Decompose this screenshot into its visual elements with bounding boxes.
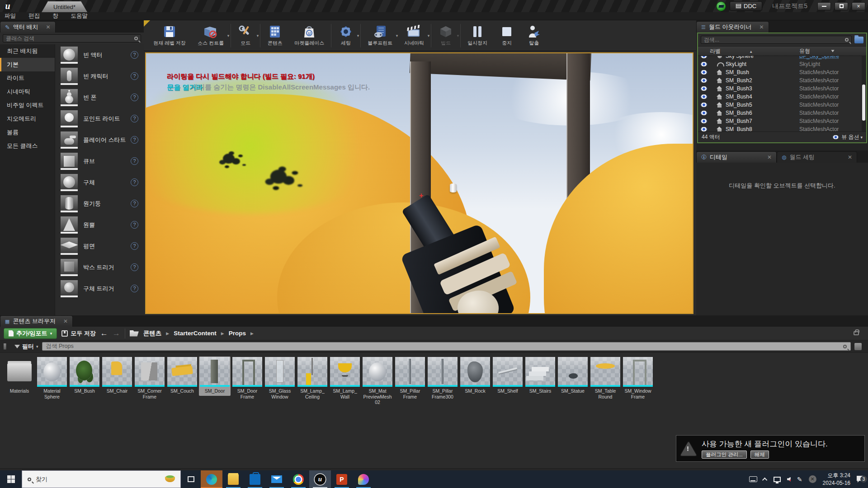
taskbar-app-edge[interactable] xyxy=(201,470,222,488)
visibility-eye-icon[interactable] xyxy=(700,94,708,99)
start-button[interactable] xyxy=(0,470,22,488)
category-라이트[interactable]: 라이트 xyxy=(0,71,55,85)
close-button[interactable]: × xyxy=(852,2,865,10)
place-actor-평면[interactable]: 평면? xyxy=(55,235,144,257)
toolbar-modes-button[interactable]: 모드▾ xyxy=(232,22,259,50)
level-tab[interactable]: Untitled* xyxy=(42,1,87,12)
help-icon[interactable]: ? xyxy=(131,242,138,250)
tab-content-browser[interactable]: ▦ 콘텐츠 브라우저 ✕ xyxy=(0,315,73,327)
visibility-eye-icon[interactable] xyxy=(700,70,708,75)
breadcrumb-StarterContent[interactable]: StarterContent xyxy=(174,330,217,337)
asset-SM_Window-Frame[interactable]: SM_Window Frame xyxy=(622,357,654,401)
outliner-search-input[interactable]: 검색... xyxy=(701,36,852,44)
outliner-row-SM_Bush2[interactable]: SM_Bush2StaticMeshActor xyxy=(698,76,866,84)
asset-SM_Corner-Frame[interactable]: SM_Corner Frame xyxy=(134,357,165,401)
tray-app-icon[interactable]: ✕ xyxy=(809,475,816,483)
taskbar-app-store[interactable] xyxy=(244,470,266,488)
type-filter-icon[interactable] xyxy=(831,50,834,52)
clock[interactable]: 오후 3:24 2024-05-16 xyxy=(823,472,850,486)
help-icon[interactable]: ? xyxy=(131,157,138,165)
visibility-eye-icon[interactable] xyxy=(700,78,708,83)
chevron-down-icon[interactable]: ▾ xyxy=(227,33,230,38)
taskbar-app-powerpoint[interactable]: P xyxy=(331,470,353,488)
forward-button[interactable]: → xyxy=(113,329,120,338)
asset-SM_Lamp_-Wall[interactable]: SM_Lamp_ Wall xyxy=(329,357,361,401)
visibility-eye-icon[interactable] xyxy=(700,119,708,123)
help-icon[interactable]: ? xyxy=(131,200,138,207)
asset-search-input[interactable]: 검색 Props xyxy=(42,342,851,351)
menu-item-파일[interactable]: 파일 xyxy=(5,12,16,20)
place-actor-포인트 라이트[interactable]: 포인트 라이트? xyxy=(55,108,144,129)
chevron-down-icon[interactable]: ▾ xyxy=(428,33,430,38)
place-actor-빈 캐릭터[interactable]: 빈 캐릭터? xyxy=(55,66,144,87)
place-actor-박스 트리거[interactable]: 박스 트리거? xyxy=(55,257,144,278)
asset-SM_Lamp_-Ceiling[interactable]: SM_Lamp_ Ceiling xyxy=(297,357,328,401)
visibility-eye-icon[interactable] xyxy=(700,127,708,131)
category-지오메트리[interactable]: 지오메트리 xyxy=(0,112,55,126)
tab-place-actors[interactable]: ✎ 액터 배치 ✕ xyxy=(0,21,56,33)
tab-details[interactable]: 🛈 디테일 ✕ xyxy=(696,151,777,163)
new-folder-icon[interactable] xyxy=(854,37,863,43)
toolbar-blueprints-button[interactable]: 블루프린트▾ xyxy=(362,22,398,50)
pen-icon[interactable]: ✎ xyxy=(797,476,802,483)
chevron-down-icon[interactable]: ▾ xyxy=(357,33,359,38)
close-icon[interactable]: ✕ xyxy=(63,318,68,324)
tray-expand-icon[interactable] xyxy=(762,477,767,482)
outliner-row-SM_Bush8[interactable]: SM_Bush8StaticMeshActor xyxy=(698,125,866,131)
asset-SM_Mat-PreviewMesh-02[interactable]: SM_Mat PreviewMesh 02 xyxy=(362,357,393,407)
category-기본[interactable]: 기본 xyxy=(0,58,55,71)
menu-item-도움말[interactable]: 도움말 xyxy=(71,12,88,20)
outliner-row-SM_Bush[interactable]: SM_BushStaticMeshActor xyxy=(698,68,866,76)
tab-world-settings[interactable]: ◍ 월드 세팅 ✕ xyxy=(777,151,857,163)
help-icon[interactable]: ? xyxy=(131,178,138,186)
touch-keyboard-icon[interactable] xyxy=(749,476,757,482)
asset-Material-Sphere[interactable]: Material Sphere xyxy=(36,357,68,401)
asset-SM_Shelf[interactable]: SM_Shelf xyxy=(492,357,524,396)
close-icon[interactable]: ✕ xyxy=(760,24,764,30)
close-icon[interactable]: ✕ xyxy=(46,24,51,30)
asset-SM_Pillar-Frame300[interactable]: SM_Pillar Frame300 xyxy=(427,357,458,401)
task-view-button[interactable] xyxy=(181,470,201,488)
asset-SM_Glass-Window[interactable]: SM_Glass Window xyxy=(264,357,296,401)
asset-Materials[interactable]: Materials xyxy=(4,357,35,396)
help-icon[interactable]: ? xyxy=(131,136,138,144)
taskbar-app-mail[interactable] xyxy=(266,470,288,488)
help-icon[interactable]: ? xyxy=(131,72,138,80)
toolbar-settings-button[interactable]: 세팅▾ xyxy=(332,22,359,50)
sources-panel-icon[interactable] xyxy=(4,343,11,350)
column-type[interactable]: 유형 xyxy=(799,47,866,55)
toolbar-cinematics-button[interactable]: 시네마틱▾ xyxy=(398,22,430,50)
toolbar-stop-button[interactable]: 중지 xyxy=(493,22,520,50)
taskbar-app-explorer[interactable] xyxy=(222,470,244,488)
place-actor-원뿔[interactable]: 원뿔? xyxy=(55,214,144,235)
add-import-button[interactable]: 추가/임포트 ▾ xyxy=(4,328,57,339)
asset-SM_Door[interactable]: SM_Door xyxy=(199,357,231,396)
help-icon[interactable]: ? xyxy=(131,263,138,271)
tab-world-outliner[interactable]: ☰ 월드 아웃라이너 ✕ xyxy=(696,21,769,33)
toolbar-eject-button[interactable]: 탈출 xyxy=(520,22,547,50)
outliner-row-SM_Bush6[interactable]: SM_Bush6StaticMeshActor xyxy=(698,109,866,117)
toolbar-marketplace-button[interactable]: u마켓플레이스 xyxy=(288,22,330,50)
help-icon[interactable]: ? xyxy=(131,285,138,292)
outliner-row-SM_Bush7[interactable]: SM_Bush7StaticMeshActor xyxy=(698,117,866,125)
place-actor-구체[interactable]: 구체? xyxy=(55,172,144,193)
taskbar-app-paint3d[interactable] xyxy=(353,470,374,488)
asset-SM_Door-Frame[interactable]: SM_Door Frame xyxy=(231,357,263,401)
visibility-eye-icon[interactable] xyxy=(700,56,708,58)
outliner-scrollbar[interactable] xyxy=(862,56,866,131)
help-icon[interactable]: ? xyxy=(131,51,138,59)
taskbar-app-unreal[interactable]: u xyxy=(309,470,331,488)
asset-SM_Table-Round[interactable]: SM_Table Round xyxy=(590,357,621,401)
toolbar-pause-button[interactable]: 일시정지 xyxy=(462,22,493,50)
restore-button[interactable] xyxy=(835,2,848,10)
asset-SM_Statue[interactable]: SM_Statue xyxy=(557,357,589,396)
help-icon[interactable]: ? xyxy=(131,115,138,122)
breadcrumb-콘텐츠[interactable]: 콘텐츠 xyxy=(143,329,162,338)
volume-muted-icon[interactable]: ✕ xyxy=(787,477,791,482)
saved-search-icon[interactable] xyxy=(854,343,862,350)
outliner-row-SkyLight[interactable]: SkyLightSkyLight xyxy=(698,60,866,68)
close-icon[interactable]: ✕ xyxy=(767,154,772,160)
outliner-row-Sky Sphere[interactable]: Sky SphereBP_Sky_Sphere xyxy=(698,56,866,60)
actor-type[interactable]: BP_Sky_Sphere xyxy=(799,56,866,59)
chevron-down-icon[interactable]: ▾ xyxy=(257,33,259,38)
